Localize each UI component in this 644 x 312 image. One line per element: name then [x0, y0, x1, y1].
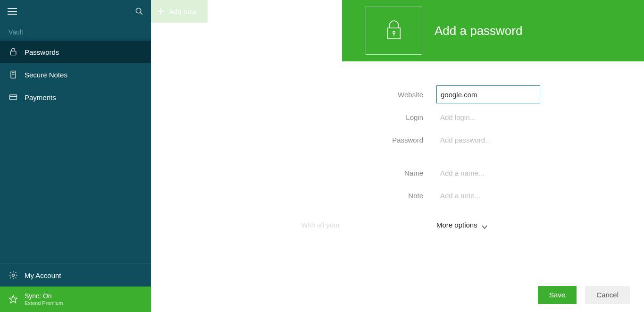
field-row-note: Note	[342, 186, 625, 205]
svg-marker-9	[9, 295, 17, 303]
add-new-label: Add new	[169, 8, 196, 16]
svg-point-11	[393, 31, 395, 34]
field-row-login: Login	[342, 108, 625, 126]
cancel-button[interactable]: Cancel	[585, 286, 630, 304]
field-row-name: Name	[342, 163, 625, 182]
gear-icon	[8, 270, 18, 280]
svg-point-8	[12, 274, 15, 277]
lock-icon	[8, 47, 18, 57]
search-icon[interactable]	[135, 7, 143, 16]
sidebar-item-sync[interactable]: Sync: On Extend Premium	[0, 287, 151, 312]
note-icon	[8, 70, 18, 79]
sidebar-bottom: My Account Sync: On Extend Premium	[0, 263, 151, 312]
svg-point-0	[136, 8, 141, 13]
field-row-password: Password	[342, 130, 625, 149]
svg-rect-3	[11, 71, 16, 78]
field-label-note: Note	[342, 192, 436, 200]
sidebar-item-label: Secure Notes	[25, 71, 67, 79]
sidebar-item-payments[interactable]: Payments	[0, 86, 151, 109]
empty-state-text: With all your	[301, 221, 340, 229]
panel-footer: Save Cancel	[342, 278, 644, 312]
star-icon	[8, 295, 18, 304]
svg-rect-6	[10, 95, 17, 100]
save-button[interactable]: Save	[538, 286, 577, 304]
card-icon	[8, 93, 18, 102]
password-field[interactable]	[436, 131, 540, 149]
svg-rect-2	[10, 51, 16, 55]
detail-panel: Add a password Website Login Password Na…	[342, 0, 644, 312]
add-new-button[interactable]: Add new	[151, 0, 208, 23]
login-field[interactable]	[436, 108, 540, 126]
note-field[interactable]	[436, 186, 540, 204]
sidebar-spacer	[0, 109, 151, 263]
panel-header-iconbox	[366, 7, 422, 55]
sidebar-item-my-account[interactable]: My Account	[0, 264, 151, 287]
field-label-website: Website	[342, 91, 436, 99]
panel-header: Add a password	[342, 0, 644, 61]
app-root: Vault Passwords Secure Notes Payments	[0, 0, 644, 312]
sidebar-item-label: Passwords	[25, 48, 59, 56]
sync-title: Sync: On	[25, 292, 63, 300]
lock-icon	[385, 20, 403, 42]
hamburger-icon[interactable]	[8, 8, 17, 15]
name-field[interactable]	[436, 164, 540, 182]
sidebar-item-label: My Account	[25, 271, 61, 279]
sync-subtitle: Extend Premium	[25, 300, 63, 306]
chevron-down-icon	[481, 223, 488, 228]
sidebar-section-label: Vault	[0, 23, 151, 41]
panel-title: Add a password	[435, 24, 522, 38]
sidebar-item-secure-notes[interactable]: Secure Notes	[0, 63, 151, 86]
panel-body: Website Login Password Name Note More op	[342, 61, 644, 278]
svg-line-1	[140, 12, 142, 15]
plus-icon	[158, 8, 164, 15]
sidebar-item-label: Payments	[25, 93, 56, 101]
middle-pane: Add new With all your	[151, 0, 342, 312]
field-label-name: Name	[342, 169, 436, 177]
website-field[interactable]	[436, 85, 540, 103]
field-row-website: Website	[342, 85, 625, 104]
sidebar-item-passwords[interactable]: Passwords	[0, 41, 151, 63]
more-options-label: More options	[436, 221, 477, 229]
field-label-login: Login	[342, 113, 436, 121]
sidebar-topbar	[0, 0, 151, 23]
field-label-password: Password	[342, 136, 436, 144]
sidebar: Vault Passwords Secure Notes Payments	[0, 0, 151, 312]
more-options-toggle[interactable]: More options	[436, 221, 625, 229]
sync-text: Sync: On Extend Premium	[25, 292, 63, 306]
